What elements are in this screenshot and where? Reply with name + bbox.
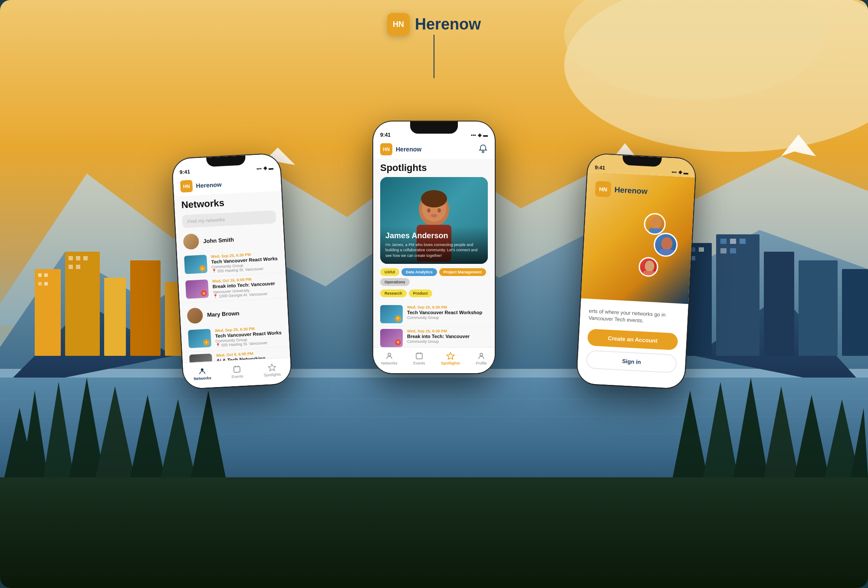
cancel-badge-s2: ✕ (395, 339, 401, 345)
svg-rect-44 (76, 265, 80, 269)
location-icon-3: 📍 (216, 343, 221, 348)
avatar-2 (653, 232, 678, 257)
top-logo-name: Herenow (415, 15, 481, 33)
tag-research[interactable]: Research (380, 289, 407, 297)
svg-rect-82 (659, 249, 674, 257)
svg-rect-42 (83, 256, 88, 260)
search-box[interactable]: Find my networks (182, 210, 276, 228)
svg-point-68 (421, 190, 447, 207)
phone-left-app-name: Herenow (196, 181, 222, 189)
cancel-badge-1: ✕ (201, 290, 207, 296)
spotlight-event-img-2: ✕ (380, 329, 403, 347)
john-avatar (183, 233, 199, 250)
phone-left-bottom-nav: Networks Events Spotlights (183, 357, 292, 389)
spotlights-screen: Spotlights (373, 159, 495, 373)
spotlight-overlay: James Anderson I'm James, a PM who loves… (380, 226, 488, 264)
nav-c-networks[interactable]: Networks (381, 351, 398, 365)
spotlight-event-2-name: Break into Tech: Vancouver (407, 333, 488, 339)
tag-project-management[interactable]: Project Management (439, 268, 486, 276)
wifi-icon: ◈ (263, 165, 267, 171)
spotlight-event-2-details: Wed, Sep 25, 6:30 PM Break into Tech: Va… (407, 329, 488, 347)
svg-rect-84 (643, 271, 655, 277)
spotlight-event-1-date: Wed, Sep 25, 6:30 PM (407, 305, 488, 309)
notification-bell[interactable] (478, 144, 488, 155)
signin-button[interactable]: Sign in (586, 350, 677, 373)
event-img-tech-2: + (188, 328, 211, 348)
phones-container: 9:41 ▪▪▪ ◈ ▬ HN Herenow Networks Fi (239, 130, 629, 521)
nav-networks-label: Networks (194, 375, 211, 381)
signal-icon-c: ▪▪▪ (471, 132, 476, 138)
phone-right-notch (622, 155, 662, 167)
nav-spotlights[interactable]: Spotlights (263, 362, 281, 377)
svg-rect-36 (38, 273, 42, 277)
phone-center-header: HN Herenow (373, 140, 495, 159)
svg-point-65 (482, 151, 484, 153)
svg-point-60 (201, 368, 203, 371)
nav-events[interactable]: Events (231, 364, 243, 378)
nav-networks[interactable]: Networks (193, 366, 211, 381)
event-img-tech-1: + (184, 254, 207, 274)
spotlights-title: Spotlights (373, 159, 495, 177)
nav-c-profile[interactable]: Profile (476, 351, 487, 365)
phone-right-time: 9:41 (595, 164, 605, 171)
svg-rect-61 (234, 366, 240, 372)
phone-right-status-icons: ▪▪▪ ◈ ▬ (671, 168, 688, 175)
nav-c-spotlights[interactable]: Spotlights (441, 351, 460, 365)
john-event-2: ✕ Wed, Oct 16, 6:00 PM Break into Tech: … (178, 273, 287, 303)
tag-product[interactable]: Product (409, 289, 432, 297)
svg-rect-47 (764, 252, 794, 356)
phone-left-notch (206, 155, 246, 167)
networks-nav-icon-c (385, 351, 394, 360)
svg-marker-64 (268, 363, 276, 371)
signal-icon-r: ▪▪▪ (671, 169, 677, 174)
svg-point-79 (651, 217, 662, 230)
spotlight-event-1-details: Wed, Sep 25, 6:30 PM Tech Vancouver Reac… (407, 305, 488, 323)
svg-rect-57 (740, 239, 746, 244)
svg-rect-48 (799, 260, 838, 356)
svg-marker-77 (447, 352, 454, 359)
svg-rect-55 (720, 239, 727, 244)
battery-icon-c: ▬ (483, 132, 488, 138)
phone-center-screen: 9:41 ▪▪▪ ◈ ▬ HN Herenow (373, 122, 495, 373)
spotlights-nav-icon (267, 362, 276, 371)
spotlight-event-1-org: Community Group (407, 315, 488, 320)
phone-right-screen: 9:41 ▪▪▪ ◈ ▬ HN Herenow (576, 153, 696, 388)
svg-point-70 (427, 208, 431, 213)
spotlight-card[interactable]: James Anderson I'm James, a PM who loves… (380, 177, 488, 264)
onboarding-logo: HN Herenow (595, 181, 648, 199)
tags-row-2: Research Product (373, 288, 495, 299)
top-logo-text: HN (393, 20, 404, 29)
onboarding-bottom: erts of where your networks go in Vancou… (577, 298, 688, 382)
svg-rect-33 (104, 278, 126, 356)
spotlight-person-desc: I'm James, a PM who loves connecting peo… (385, 242, 483, 259)
svg-rect-49 (842, 269, 868, 356)
onboarding-logo-text: HN (599, 185, 608, 192)
nav-events-label: Events (231, 374, 243, 378)
john-event-2-details: Wed, Oct 16, 6:00 PM Break into Tech: Va… (212, 276, 280, 298)
top-logo: HN Herenow (387, 13, 481, 36)
phone-center-bottom-nav: Networks Events Spotlights (373, 347, 495, 373)
battery-icon: ▬ (268, 165, 273, 171)
tag-uxui[interactable]: UX/UI (380, 268, 399, 276)
svg-rect-41 (76, 256, 80, 260)
phone-right: 9:41 ▪▪▪ ◈ ▬ HN Herenow (576, 153, 696, 388)
tag-operations[interactable]: Operations (380, 278, 410, 286)
john-event-1-details: Wed, Sep 25, 6:30 PM Tech Vancouver Reac… (211, 251, 279, 273)
nav-c-events[interactable]: Events (413, 351, 425, 365)
battery-icon-r: ▬ (684, 169, 689, 175)
events-nav-icon-c (415, 351, 424, 360)
phone-left-status-icons: ▪▪▪ ◈ ▬ (256, 164, 273, 171)
location-icon: 📍 (212, 269, 217, 274)
phone-center: 9:41 ▪▪▪ ◈ ▬ HN Herenow (373, 122, 495, 373)
spotlight-person-name: James Anderson (385, 231, 483, 240)
onboarding-hero: HN Herenow (581, 171, 695, 303)
add-badge-1: + (199, 265, 206, 272)
svg-point-71 (437, 208, 441, 213)
tag-data-analytics[interactable]: Data Analytics (401, 268, 437, 276)
spotlights-nav-icon-c (446, 351, 455, 360)
create-account-button[interactable]: Create an Account (587, 328, 678, 350)
nav-c-spotlights-label: Spotlights (441, 361, 460, 365)
location-icon-2: 📍 (213, 294, 218, 299)
spotlight-event-2-org: Community Group (407, 339, 488, 344)
svg-rect-74 (416, 353, 422, 359)
